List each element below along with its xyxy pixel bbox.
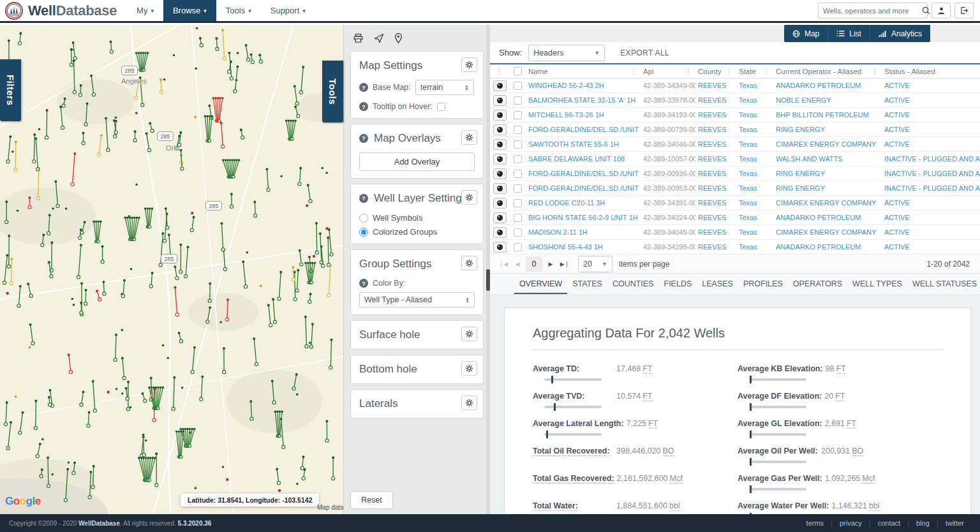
cell-county[interactable]: REEVES bbox=[695, 243, 736, 251]
cell-operator[interactable]: CIMAREX ENERGY COMPANY bbox=[773, 228, 882, 236]
cell-name[interactable]: SABRE DELAWARE UNIT 108 bbox=[526, 155, 641, 163]
cell-status[interactable]: ACTIVE bbox=[882, 199, 980, 207]
sign-out-button[interactable] bbox=[954, 3, 974, 18]
cell-state[interactable]: Texas bbox=[736, 82, 773, 89]
show-on-map-button[interactable] bbox=[493, 139, 507, 150]
view-button-list[interactable]: List bbox=[828, 25, 870, 42]
cell-state[interactable]: Texas bbox=[736, 126, 773, 133]
column-header-api[interactable]: Api⋮ bbox=[641, 64, 695, 78]
tab-well-types[interactable]: WELL TYPES bbox=[847, 274, 907, 294]
stat-slider[interactable] bbox=[749, 488, 806, 491]
cell-county[interactable]: REEVES bbox=[695, 155, 736, 163]
cell-state[interactable]: Texas bbox=[736, 184, 773, 192]
cell-status[interactable]: INACTIVE - PLUGGED AND ABANDONED bbox=[882, 170, 980, 177]
add-overlay-button[interactable]: Add Overlay bbox=[359, 152, 475, 171]
column-menu-icon[interactable]: ⋮ bbox=[725, 68, 734, 75]
tab-leases[interactable]: LEASES bbox=[697, 274, 738, 294]
cell-operator[interactable]: NOBLE ENERGY bbox=[773, 96, 882, 104]
column-header-op[interactable]: Current Operator - Aliased⋮ bbox=[773, 64, 882, 78]
slider-thumb[interactable] bbox=[750, 376, 752, 383]
pager-current-page[interactable]: 0 bbox=[526, 256, 542, 272]
cell-operator[interactable]: ANADARKO PETROLEUM bbox=[773, 82, 882, 89]
stat-slider[interactable] bbox=[749, 461, 806, 463]
cell-operator[interactable]: RING ENERGY bbox=[773, 170, 882, 177]
cell-state[interactable]: Texas bbox=[736, 214, 773, 221]
cell-name[interactable]: SAWTOOTH STATE 55-6 1H bbox=[526, 140, 641, 148]
row-checkbox[interactable] bbox=[514, 214, 522, 222]
cell-status[interactable]: ACTIVE bbox=[882, 111, 980, 119]
column-header-county[interactable]: County⋮ bbox=[695, 64, 736, 78]
page-size-select[interactable]: 20 ▼ bbox=[578, 256, 612, 272]
tab-states[interactable]: STATES bbox=[567, 274, 607, 294]
footer-link-twitter[interactable]: twitter bbox=[939, 519, 971, 527]
cell-state[interactable]: Texas bbox=[736, 96, 773, 104]
tab-operators[interactable]: OPERATORS bbox=[788, 274, 847, 294]
cell-state[interactable]: Texas bbox=[736, 170, 773, 177]
show-columns-select[interactable]: Headers ▼ bbox=[528, 45, 605, 61]
cell-county[interactable]: REEVES bbox=[695, 111, 736, 119]
surface-hole-gear-button[interactable] bbox=[461, 327, 477, 341]
cell-status[interactable]: INACTIVE - PLUGGED AND ABANDONED bbox=[882, 155, 980, 163]
tab-well-statuses[interactable]: WELL STATUSES bbox=[907, 274, 980, 294]
cell-name[interactable]: WINGHEAD 56-2-43 2H bbox=[526, 82, 641, 89]
cell-operator[interactable]: WALSH AND WATTS bbox=[773, 155, 882, 163]
stat-slider[interactable] bbox=[749, 406, 806, 408]
pager-prev-button[interactable]: ◀ bbox=[510, 257, 524, 271]
nav-item-tools[interactable]: Tools▾ bbox=[216, 0, 261, 21]
locate-icon[interactable] bbox=[374, 33, 384, 43]
column-header-status[interactable]: Status - Aliased bbox=[882, 64, 980, 78]
bottom-hole-gear-button[interactable] bbox=[461, 361, 477, 376]
help-icon[interactable]: ? bbox=[359, 194, 368, 203]
cell-operator[interactable]: ANADARKO PETROLEUM bbox=[773, 243, 882, 251]
cell-status[interactable]: ACTIVE bbox=[882, 140, 980, 148]
search-icon[interactable] bbox=[921, 6, 931, 15]
row-checkbox[interactable] bbox=[514, 170, 522, 178]
cell-status[interactable]: ACTIVE bbox=[882, 243, 980, 251]
cell-name[interactable]: MITCHELL 56-T3-26 1H bbox=[526, 111, 641, 119]
footer-link-terms[interactable]: terms bbox=[799, 519, 831, 527]
pager-next-button[interactable]: ▶ bbox=[544, 257, 558, 271]
slider-thumb[interactable] bbox=[554, 403, 556, 411]
cell-name[interactable]: SHOSHONI 55-4-43 1H bbox=[526, 243, 641, 251]
well-markers-layer[interactable] bbox=[0, 25, 343, 514]
map-settings-gear-button[interactable] bbox=[461, 57, 477, 72]
help-icon[interactable]: ? bbox=[359, 102, 368, 111]
slider-thumb[interactable] bbox=[546, 431, 548, 438]
nav-item-support[interactable]: Support▾ bbox=[261, 0, 315, 21]
show-on-map-button[interactable] bbox=[493, 183, 507, 194]
cell-county[interactable]: REEVES bbox=[695, 96, 736, 104]
header-menu-cell[interactable]: ⋮ bbox=[490, 64, 509, 78]
pager-first-button[interactable]: ❘◀ bbox=[496, 257, 510, 271]
map-canvas[interactable]: 285 285 285 285 Angeles Orla Google Lati… bbox=[0, 25, 343, 514]
well-layer-gear-button[interactable] bbox=[461, 190, 477, 205]
show-on-map-button[interactable] bbox=[493, 168, 507, 179]
cell-county[interactable]: REEVES bbox=[695, 82, 736, 89]
cell-operator[interactable]: BHP BILLITON PETROLEUM bbox=[773, 111, 882, 119]
cell-status[interactable]: ACTIVE bbox=[882, 96, 980, 104]
cell-name[interactable]: RED LODGE C20-11 3H bbox=[526, 199, 641, 207]
cell-operator[interactable]: RING ENERGY bbox=[773, 126, 882, 133]
slider-thumb[interactable] bbox=[750, 485, 752, 493]
color-by-select[interactable]: Well Type - Aliased ▲▼ bbox=[359, 292, 475, 307]
column-header-name[interactable]: Name⋮ bbox=[526, 64, 641, 78]
brand-title[interactable]: WellDatabase bbox=[28, 3, 117, 19]
select-all-checkbox[interactable] bbox=[514, 67, 522, 75]
stat-slider[interactable] bbox=[749, 433, 806, 436]
show-on-map-button[interactable] bbox=[493, 227, 507, 238]
row-checkbox[interactable] bbox=[514, 82, 522, 90]
cell-county[interactable]: REEVES bbox=[695, 228, 736, 236]
row-checkbox[interactable] bbox=[514, 140, 522, 149]
tab-counties[interactable]: COUNTIES bbox=[607, 274, 659, 294]
cell-county[interactable]: REEVES bbox=[695, 140, 736, 148]
show-on-map-button[interactable] bbox=[493, 154, 507, 165]
well-symbols-radio[interactable]: Well Symbols bbox=[359, 213, 475, 223]
help-icon[interactable]: ? bbox=[359, 83, 368, 92]
footer-link-blog[interactable]: blog bbox=[909, 519, 937, 527]
show-on-map-button[interactable] bbox=[493, 212, 507, 223]
column-menu-icon[interactable]: ⋮ bbox=[870, 68, 879, 75]
row-checkbox[interactable] bbox=[514, 155, 522, 163]
row-checkbox[interactable] bbox=[514, 126, 522, 134]
stat-slider[interactable] bbox=[544, 406, 602, 408]
show-on-map-button[interactable] bbox=[493, 124, 507, 135]
tab-profiles[interactable]: PROFILES bbox=[738, 274, 788, 294]
